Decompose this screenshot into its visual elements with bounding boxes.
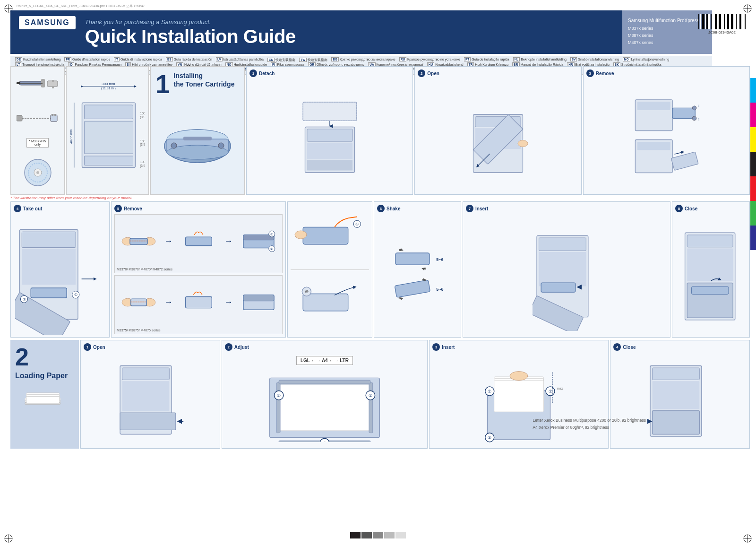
svg-text:482.6 mm: 482.6 mm — [70, 129, 73, 144]
svg-text:②: ② — [23, 297, 26, 302]
step5-bottom-variant: → → M3375/ M3875/ M4075 series — [114, 275, 283, 334]
svg-text:②: ② — [549, 389, 552, 394]
svg-rect-31 — [84, 156, 133, 165]
step5-top-series-label: M3370/ M3870/ M4070/ M4072 series — [117, 268, 280, 271]
svg-rect-71 — [671, 152, 699, 170]
usb-cable-icon — [17, 109, 59, 128]
paper-info: Letter Xerox Business Multipurpose 4200 … — [533, 417, 646, 431]
svg-text:②: ② — [698, 117, 700, 122]
svg-rect-18 — [52, 87, 54, 88]
loading-step1-panel: 1 Open — [80, 340, 220, 449]
step5-top-illus: → → ① ② — [117, 217, 280, 266]
step-8-circle: 8 — [675, 205, 683, 212]
svg-text:①: ① — [277, 393, 281, 398]
series-1: M337x series — [628, 25, 706, 32]
lang-fr: FR Guide d'installation rapide — [64, 58, 110, 62]
paper-info-letter: Letter Xerox Business Multipurpose 4200 … — [533, 417, 646, 424]
illustration-note: * The illustration may differ from your … — [10, 196, 750, 200]
loading-step-4-circle: 4 — [613, 343, 621, 351]
barcode-area: JC68-02943A02 — [698, 14, 746, 35]
svg-rect-47 — [183, 137, 212, 140]
svg-text:100 mm: 100 mm — [140, 112, 145, 115]
svg-text:②: ② — [369, 393, 372, 398]
loading-step4-label: Close — [623, 345, 636, 350]
svg-rect-154 — [652, 368, 699, 380]
step8-panel: 8 Close — [672, 201, 750, 338]
lang-nl: NL Beknopte installatiehandleiding — [513, 58, 567, 62]
step-detach-panel: 1 Detach — [246, 66, 413, 195]
svg-text:⊕: ⊕ — [304, 289, 308, 294]
svg-point-144 — [510, 371, 528, 380]
print-info: Rainier_N_LEGAL_XOA_GL_SRE_Front_JC68-02… — [17, 4, 145, 9]
svg-rect-99 — [303, 227, 348, 244]
step8-label: Close — [685, 206, 697, 211]
lang-lv: LV Īsā uzstādīšanas pamācība — [216, 58, 264, 62]
barcode-number: JC68-02943A02 — [698, 30, 746, 35]
svg-point-100 — [295, 231, 307, 239]
svg-text:(11.81 in.): (11.81 in.) — [101, 87, 116, 90]
cd-icon — [24, 158, 52, 187]
step-remove-cover-label: Remove — [596, 71, 614, 76]
loading-step4-header: 4 Close — [613, 343, 747, 351]
svg-point-61 — [518, 140, 528, 147]
step-5-circle: 5 — [114, 205, 122, 212]
step8-illus — [675, 214, 747, 334]
svg-text:300 mm: 300 mm — [102, 82, 115, 86]
svg-rect-64 — [672, 108, 695, 118]
step7-header: 7 Insert — [466, 205, 667, 212]
step6-illus: 5~6 — [377, 214, 458, 334]
step-open-illus — [418, 79, 578, 191]
svg-point-48 — [171, 143, 177, 148]
svg-rect-29 — [84, 105, 133, 119]
paper-size-indicator: LGL ←→ A4 ←→ LTR — [296, 356, 353, 365]
svg-rect-83 — [129, 238, 147, 244]
loading-step-2-circle: 2 — [225, 343, 232, 351]
loading-step2-illus: LGL ←→ A4 ←→ LTR ① ② — [225, 353, 425, 445]
loading-step-1-circle: 1 — [84, 343, 91, 351]
svg-rect-114 — [687, 235, 733, 247]
section1-intro: 1 Installingthe Toner Cartridge — [150, 66, 245, 195]
step-6-circle: 6 — [377, 205, 385, 212]
svg-text:max: max — [557, 386, 563, 390]
dimensions-panel: 300 mm (11.81 in.) 482.6 mm 100 mm (3.9 … — [66, 66, 149, 195]
step6-header: 6 Shake — [377, 205, 458, 212]
step-3-circle: 3 — [586, 69, 594, 77]
svg-point-49 — [218, 143, 224, 148]
svg-rect-125 — [122, 368, 170, 380]
step-7-circle: 7 — [466, 205, 473, 212]
loading-step1-header: 1 Open — [84, 343, 217, 351]
svg-text:③: ③ — [488, 435, 492, 440]
reg-mark-tr — [743, 4, 752, 13]
step-remove-panel: 3 Remove ① ② — [583, 66, 750, 195]
header-text: Thank you for purchasing a Samsung produ… — [85, 18, 296, 46]
svg-rect-156 — [652, 411, 699, 434]
step5-bottom-illus: → → — [117, 278, 280, 327]
loading-step2-panel: 2 Adjust LGL ←→ A4 ←→ LTR — [222, 340, 428, 449]
step-remove-illus: ① ② — [586, 79, 747, 191]
page-title: Quick Installation Guide — [85, 27, 296, 46]
step-1-circle: 1 — [249, 69, 257, 77]
loading-step1-label: Open — [93, 345, 105, 350]
svg-point-66 — [692, 116, 696, 121]
svg-rect-14 — [17, 82, 20, 84]
svg-rect-54 — [303, 102, 357, 121]
svg-rect-107 — [395, 280, 430, 297]
svg-text:③: ③ — [323, 441, 326, 442]
svg-text:(3.9 in.): (3.9 in.) — [140, 143, 145, 147]
section1-number: 1 — [155, 71, 170, 97]
svg-rect-103 — [303, 294, 348, 311]
product-line: Samsung Multifunction ProXpress — [628, 18, 706, 23]
svg-text:①: ① — [488, 389, 492, 394]
dimensions-diagram: 300 mm (11.81 in.) 482.6 mm 100 mm (3.9 … — [70, 76, 145, 185]
svg-rect-106 — [395, 253, 430, 265]
loading-step3-label: Insert — [442, 345, 455, 350]
loading-step-3-circle: 3 — [432, 343, 440, 351]
svg-rect-63 — [637, 102, 670, 110]
step6-panel: 6 Shake — [374, 201, 461, 338]
svg-rect-51 — [307, 129, 352, 141]
loading-step3-header: 3 Insert — [432, 343, 605, 351]
lang-bg: BG Кратко ръководство за инсталиране — [331, 58, 395, 62]
header-main: SAMSUNG Thank you for purchasing a Samsu… — [10, 10, 622, 54]
svg-rect-73 — [22, 232, 76, 247]
svg-text:(3.9 in.): (3.9 in.) — [140, 164, 145, 168]
